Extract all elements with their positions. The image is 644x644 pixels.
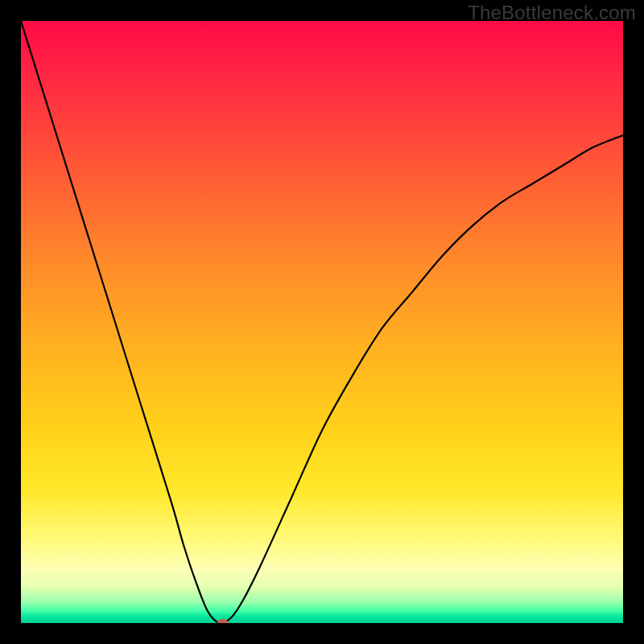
plot-area <box>21 21 623 623</box>
vertex-marker <box>217 619 229 623</box>
chart-curve-svg <box>21 21 623 623</box>
bottleneck-curve <box>21 21 623 623</box>
chart-frame: TheBottleneck.com <box>0 0 644 644</box>
watermark-text: TheBottleneck.com <box>468 2 636 24</box>
